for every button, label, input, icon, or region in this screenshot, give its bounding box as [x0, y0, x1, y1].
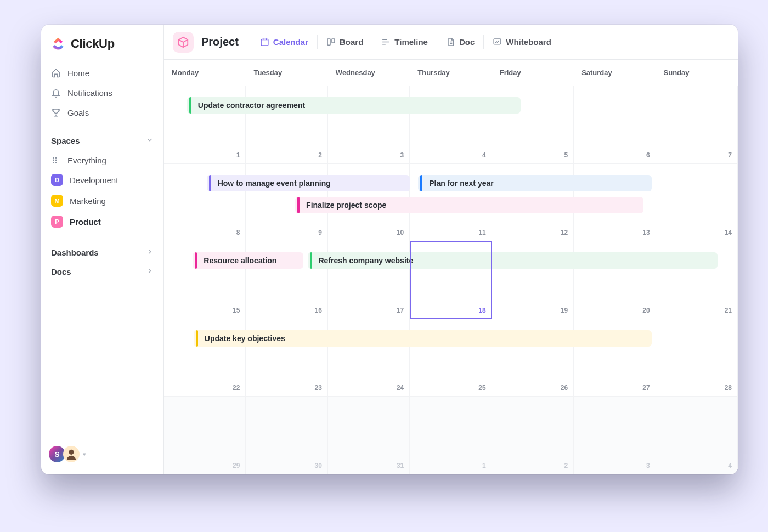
event-label: Update key objectives — [204, 334, 285, 343]
day-number: 20 — [642, 307, 650, 314]
calendar-cell[interactable]: 1 — [410, 397, 492, 474]
project-icon — [173, 32, 194, 53]
svg-point-3 — [55, 160, 57, 161]
weekday-label: Sunday — [656, 60, 738, 86]
view-tab-calendar[interactable]: Calendar — [255, 34, 314, 50]
day-number: 28 — [725, 384, 732, 392]
chevron-down-icon: ▾ — [83, 451, 86, 458]
svg-point-0 — [53, 157, 54, 159]
main-panel: Project CalendarBoardTimelineDocWhiteboa… — [164, 25, 738, 474]
day-number: 9 — [318, 229, 322, 236]
space-label: Marketing — [70, 196, 106, 206]
dashboards-section[interactable]: Dashboards — [41, 240, 163, 263]
day-number: 31 — [397, 462, 404, 469]
chevron-down-icon — [146, 136, 154, 145]
view-label: Calendar — [273, 37, 308, 47]
view-tab-board[interactable]: Board — [321, 34, 369, 50]
space-development[interactable]: DDevelopment — [41, 169, 163, 190]
svg-point-4 — [53, 162, 54, 163]
calendar-event[interactable]: Finalize project scope — [295, 197, 643, 213]
event-label: How to manage event planning — [217, 179, 331, 188]
space-marketing[interactable]: MMarketing — [41, 190, 163, 211]
calendar-event[interactable]: Update contractor agreement — [187, 97, 521, 114]
calendar-cell[interactable]: 30 — [246, 397, 327, 474]
space-product[interactable]: PProduct — [41, 211, 163, 232]
svg-point-6 — [69, 450, 74, 455]
svg-point-1 — [55, 157, 57, 159]
brand-logo[interactable]: ClickUp — [41, 35, 163, 63]
space-chip: D — [51, 174, 63, 186]
calendar: MondayTuesdayWednesdayThursdayFridaySatu… — [164, 60, 738, 474]
calendar-cell[interactable]: 4 — [656, 397, 738, 474]
calendar-cell[interactable]: 7 — [656, 86, 738, 164]
calendar-event[interactable]: Refresh company website — [308, 252, 718, 269]
calendar-cell[interactable]: 29 — [164, 397, 246, 474]
calendar-cell[interactable]: 31 — [328, 397, 410, 474]
calendar-event[interactable]: Update key objectives — [194, 330, 652, 347]
event-color-bar — [310, 252, 312, 269]
everything-label: Everything — [67, 156, 106, 165]
day-number: 29 — [233, 462, 240, 469]
docs-section[interactable]: Docs — [41, 263, 163, 280]
event-label: Plan for next year — [428, 179, 494, 188]
view-divider — [437, 35, 437, 49]
event-color-bar — [195, 252, 197, 269]
view-tab-whiteboard[interactable]: Whiteboard — [487, 34, 557, 50]
day-number: 27 — [642, 384, 650, 392]
weekday-header: MondayTuesdayWednesdayThursdayFridaySatu… — [164, 60, 738, 86]
view-divider — [251, 35, 251, 49]
grid-icon — [51, 155, 61, 165]
home-icon — [51, 68, 61, 78]
spaces-header[interactable]: Spaces — [41, 128, 163, 151]
docs-label: Docs — [51, 267, 71, 276]
svg-rect-9 — [332, 39, 335, 43]
calendar-cell[interactable]: 3 — [574, 397, 656, 474]
day-number: 13 — [642, 229, 650, 236]
calendar-event[interactable]: Plan for next year — [418, 175, 652, 191]
day-number: 8 — [236, 229, 240, 236]
nav-label: Home — [67, 69, 89, 78]
clickup-logo-icon — [51, 37, 65, 51]
day-number: 22 — [233, 384, 240, 392]
svg-point-2 — [53, 160, 54, 161]
nav-goals[interactable]: Goals — [41, 103, 163, 122]
calendar-event[interactable]: How to manage event planning — [207, 175, 410, 191]
day-number: 30 — [314, 462, 321, 469]
calendar-cell[interactable]: 14 — [656, 164, 738, 242]
calendar-cell[interactable]: 18 — [410, 241, 492, 319]
day-number: 1 — [236, 151, 240, 159]
day-number: 2 — [318, 151, 322, 159]
calendar-event[interactable]: Resource allocation — [193, 252, 303, 269]
nav-home[interactable]: Home — [41, 63, 163, 83]
avatar — [63, 446, 80, 462]
view-tab-timeline[interactable]: Timeline — [376, 34, 433, 50]
user-switcher[interactable]: S ▾ — [41, 440, 163, 468]
view-divider — [483, 35, 484, 49]
svg-rect-10 — [494, 39, 501, 44]
view-label: Doc — [459, 37, 475, 47]
nav-label: Goals — [67, 108, 89, 117]
brand-name: ClickUp — [71, 37, 115, 51]
view-tab-doc[interactable]: Doc — [441, 34, 480, 50]
calendar-cell[interactable]: 2 — [492, 397, 574, 474]
nav-notifications[interactable]: Notifications — [41, 83, 163, 103]
event-label: Update contractor agreement — [197, 101, 305, 110]
app-window: ClickUp HomeNotificationsGoals Spaces Ev… — [41, 25, 738, 474]
day-number: 4 — [728, 462, 732, 469]
event-color-bar — [189, 97, 191, 114]
day-number: 19 — [561, 307, 568, 314]
day-number: 18 — [478, 307, 485, 314]
day-number: 23 — [314, 384, 321, 392]
day-number: 3 — [646, 462, 650, 469]
event-color-bar — [420, 175, 422, 191]
sidebar-everything[interactable]: Everything — [41, 151, 163, 169]
weekday-label: Wednesday — [328, 60, 410, 86]
calendar-grid: 1234567891011121314151617181920212223242… — [164, 86, 738, 474]
calendar-cell[interactable]: 28 — [656, 319, 738, 397]
chevron-right-icon — [146, 267, 154, 276]
calendar-cell[interactable]: 6 — [574, 86, 656, 164]
doc-icon — [446, 37, 455, 47]
svg-point-5 — [55, 162, 57, 163]
calendar-icon — [260, 37, 269, 47]
dashboards-label: Dashboards — [51, 248, 99, 257]
